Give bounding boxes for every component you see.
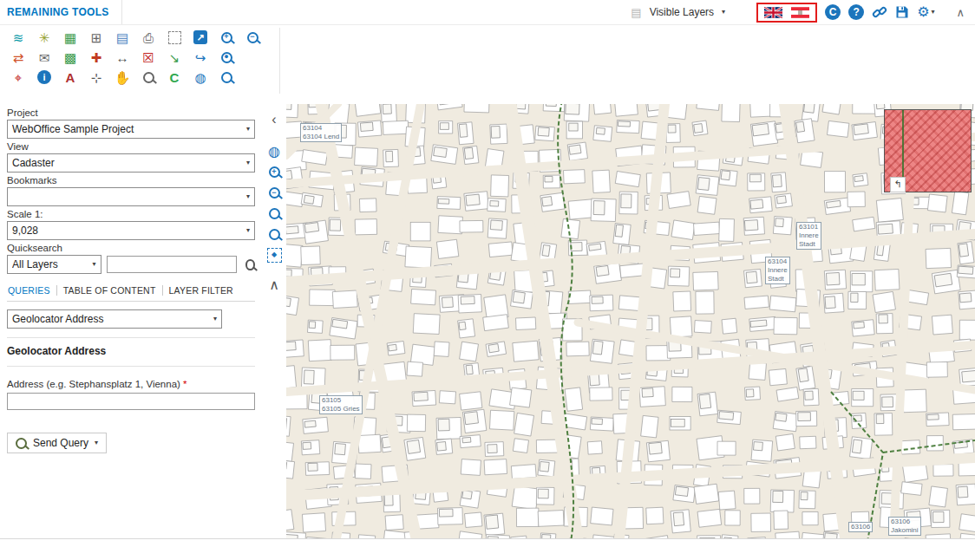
chevron-down-icon: ▾ — [246, 160, 250, 166]
map-area[interactable]: 6310463104 Lend63101InnereStadt63104Inne… — [286, 104, 975, 538]
chevron-down-icon: ▾ — [246, 193, 250, 200]
bookmarks-select[interactable]: ▾ — [7, 187, 255, 206]
center-map-icon[interactable]: ◆ — [265, 246, 284, 264]
zoom-out-tool[interactable]: − — [239, 28, 265, 47]
view-label: View — [7, 141, 255, 152]
info-tool[interactable]: i — [31, 68, 57, 87]
address-input[interactable] — [7, 393, 255, 410]
identify-tool[interactable] — [135, 68, 161, 87]
quicksearch-scope-select[interactable]: All Layers ▾ — [7, 255, 101, 274]
query-type-select[interactable]: Geolocator Address ▾ — [7, 309, 222, 329]
language-german-flag[interactable] — [791, 7, 809, 18]
profile-tool[interactable]: ≋ — [5, 28, 31, 47]
tab-table-of-content[interactable]: TABLE OF CONTENT — [57, 285, 163, 296]
chevron-down-icon: ▾ — [95, 440, 98, 446]
chevron-down-icon: ▾ — [246, 126, 250, 133]
help-icon[interactable]: ? — [848, 4, 864, 20]
content-bottom-divider — [0, 538, 975, 539]
wms-globe-tool[interactable]: ◍ — [187, 68, 213, 87]
clear-selection-tool[interactable]: ☒ — [135, 48, 161, 67]
zoom-out-icon[interactable]: − — [265, 184, 284, 201]
chevron-down-icon: ▾ — [213, 316, 217, 322]
zoom-in-tool[interactable]: + — [213, 28, 239, 47]
overview-toggle-icon[interactable]: ↰ — [890, 177, 906, 192]
move-object-tool[interactable]: ✚ — [83, 48, 109, 67]
divider — [7, 337, 255, 338]
zoom-window-icon[interactable] — [265, 205, 284, 222]
label-tool[interactable]: A — [57, 68, 83, 87]
chevron-down-icon[interactable]: ▾ — [722, 9, 725, 16]
raster-select-tool[interactable]: ▦ — [57, 28, 83, 47]
send-query-button[interactable]: Send Query ▾ — [7, 433, 107, 453]
query-section-heading: Geolocator Address — [7, 345, 255, 357]
scale-label: Scale 1: — [7, 209, 255, 219]
quicksearch-input[interactable] — [107, 256, 237, 273]
language-english-flag[interactable] — [764, 7, 782, 18]
previous-view-tool[interactable]: ↪ — [187, 48, 213, 67]
about-icon[interactable]: C — [825, 4, 841, 20]
chevron-down-icon: ▾ — [246, 227, 250, 234]
tab-layer-filter[interactable]: LAYER FILTER — [163, 285, 239, 296]
address-label: Address (e.g. Stephansplatz 1, Vienna)* — [7, 379, 255, 389]
project-label: Project — [7, 107, 255, 118]
raster-catalog-tool[interactable]: ▩ — [57, 48, 83, 67]
quicksearch-label: Quicksearch — [7, 243, 255, 253]
header-actions: ▤ Visible Layers ▾ C ? — [631, 0, 975, 24]
collapse-header-icon[interactable]: ∧ — [956, 6, 965, 19]
quicksearch-search-icon[interactable] — [245, 259, 255, 270]
snap-settings-tool[interactable]: ✳ — [31, 28, 57, 47]
zoom-coordinate-tool[interactable] — [213, 68, 239, 87]
project-select[interactable]: WebOffice Sample Project ▾ — [7, 120, 255, 139]
add-theme-tool[interactable]: ⊞ — [83, 28, 109, 47]
map-toolbar: ‹◍+−◆∧ — [262, 111, 286, 293]
zoom-in-icon[interactable]: + — [265, 163, 284, 180]
zoom-full-extent-icon[interactable]: ◍ — [265, 142, 284, 160]
coordinate-tool[interactable]: ⌖ — [5, 68, 31, 87]
send-query-icon — [16, 438, 27, 449]
zoom-previous-icon[interactable] — [265, 225, 284, 243]
toolbar-divider — [279, 28, 280, 94]
measure-distance-tool[interactable]: ↔ — [109, 48, 135, 67]
chevron-down-icon: ▾ — [931, 9, 934, 16]
share-map-tool[interactable]: ↗ — [187, 28, 213, 47]
zoom-to-selection-tool[interactable]: ● — [213, 48, 239, 67]
language-switch-highlight — [756, 3, 817, 23]
scale-select[interactable]: 9,028 ▾ — [7, 221, 255, 240]
snap-grid-tool[interactable]: ⊹ — [83, 68, 109, 87]
pan-tool[interactable]: ✋ — [109, 68, 135, 87]
bookmarks-label: Bookmarks — [7, 175, 255, 186]
settings-gear-icon[interactable]: ⚙▾ — [917, 5, 934, 19]
view-select[interactable]: Cadaster ▾ — [7, 153, 255, 173]
redlining-tool[interactable]: ⇄ — [5, 48, 31, 67]
print-tool[interactable]: ⎙ — [135, 28, 161, 47]
copyright-tool[interactable]: C — [161, 68, 187, 87]
collapse-map-toolbar-icon[interactable]: ∧ — [265, 276, 284, 293]
sidebar-tabs: QUERIESTABLE OF CONTENTLAYER FILTER — [7, 284, 255, 302]
visible-layers-icon: ▤ — [631, 7, 641, 18]
tab-queries[interactable]: QUERIES — [7, 285, 57, 296]
tools-toolbar: ≋✳▦⊞▤⎙↗+−⇄✉▩✚↔☒↘↪●⌖iA⊹✋C◍ — [5, 28, 265, 87]
quicksearch-row: All Layers ▾ — [7, 255, 255, 274]
required-marker: * — [183, 379, 186, 389]
chevron-down-icon: ▾ — [93, 261, 96, 268]
map-canvas[interactable] — [286, 104, 975, 538]
export-data-tool[interactable]: ↘ — [161, 48, 187, 67]
select-rectangle-tool[interactable] — [161, 28, 187, 47]
visible-layers-label[interactable]: Visible Layers — [650, 6, 714, 18]
link-icon[interactable] — [872, 4, 887, 20]
collapse-sidebar-icon[interactable]: ‹ — [265, 111, 284, 128]
header-bar: REMAINING TOOLS ▤ Visible Layers ▾ C ? — [0, 0, 975, 25]
save-icon[interactable] — [895, 5, 909, 19]
send-map-mail-tool[interactable]: ✉ — [31, 48, 57, 67]
page-title: REMAINING TOOLS — [0, 0, 122, 24]
divider — [7, 366, 255, 367]
attribute-table-tool[interactable]: ▤ — [109, 28, 135, 47]
sidebar-panel: Project WebOffice Sample Project ▾ View … — [7, 106, 255, 453]
